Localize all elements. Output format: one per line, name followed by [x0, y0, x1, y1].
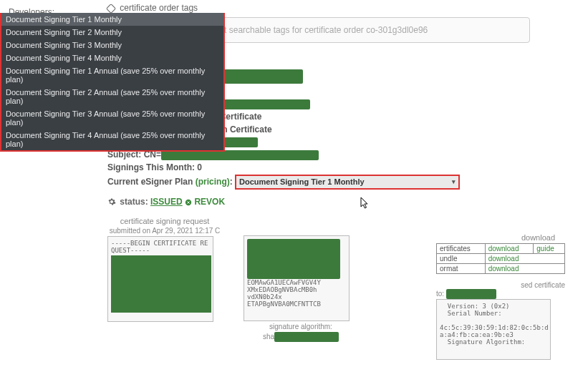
table-row: ertificates download guide: [437, 244, 565, 254]
plan-option[interactable]: Document Signing Tier 1 Annual (save 25%…: [1, 64, 223, 86]
redacted-block: [111, 255, 211, 313]
plan-option[interactable]: Document Signing Tier 4 Annual (save 25%…: [1, 129, 223, 150]
csr-title: certificate signing request: [107, 217, 222, 225]
sig-algo-value: sha: [244, 332, 358, 342]
parsed-cert-box[interactable]: Version: 3 (0x2) Serial Number: 4c:5c:39…: [436, 299, 551, 360]
plan-option[interactable]: Document Signing Tier 4 Monthly: [1, 52, 223, 64]
plan-option[interactable]: Document Signing Tier 2 Monthly: [1, 26, 223, 39]
csr-textarea[interactable]: -----BEGIN CERTIFICATE REQUEST-----: [107, 236, 213, 322]
status-issued[interactable]: ISSUED: [150, 197, 183, 207]
parsed-cert-heading: sed certificate: [436, 281, 565, 289]
plan-option[interactable]: Document Signing Tier 3 Monthly: [1, 39, 223, 52]
sig-algo-caption: signature algorithm:: [244, 323, 358, 331]
csr-submitted: submitted on Apr 29, 2021 12:17 C: [107, 227, 222, 235]
csr-decoded-box[interactable]: EOMAwGA1UECAwFVGV4Y XMxEDAOBgNVBAcMB0h v…: [244, 235, 350, 321]
table-row: undle download: [437, 254, 565, 264]
redacted-block: [247, 239, 340, 279]
plan-option[interactable]: Document Signing Tier 3 Annual (save 25%…: [1, 107, 223, 129]
plan-select[interactable]: Document Signing Tier 1 Monthly ▾: [235, 175, 460, 190]
pricing-link[interactable]: (pricing): [196, 177, 230, 187]
tag-icon: [106, 4, 116, 14]
redacted-block: [446, 289, 496, 299]
revoke-link[interactable]: REVOK: [185, 197, 225, 207]
download-link[interactable]: download: [485, 264, 564, 274]
signings-row: Signings This Month: 0: [107, 162, 574, 174]
parsed-to: to:: [436, 289, 565, 299]
cert-order-tags-heading: certificate order tags: [107, 3, 574, 13]
gear-icon: [107, 197, 116, 208]
download-link[interactable]: download: [485, 244, 534, 254]
download-link[interactable]: download: [485, 254, 564, 264]
status-row: status: ISSUED REVOK: [107, 197, 574, 207]
chevron-down-icon: ▾: [452, 177, 456, 187]
plan-dropdown: Document Signing Tier 1 Monthly Document…: [0, 13, 225, 152]
redacted-block: [274, 332, 339, 342]
guide-link[interactable]: guide: [534, 244, 565, 254]
plan-option[interactable]: Document Signing Tier 2 Annual (save 25%…: [1, 86, 223, 107]
download-table: ertificates download guide undle downloa…: [436, 243, 565, 274]
download-heading: download: [436, 233, 565, 242]
redacted-block: [161, 150, 319, 160]
plan-option[interactable]: Document Signing Tier 1 Monthly: [1, 13, 223, 26]
plan-row: Current eSigner Plan (pricing): Document…: [107, 175, 574, 190]
table-row: ormat download: [437, 264, 565, 274]
